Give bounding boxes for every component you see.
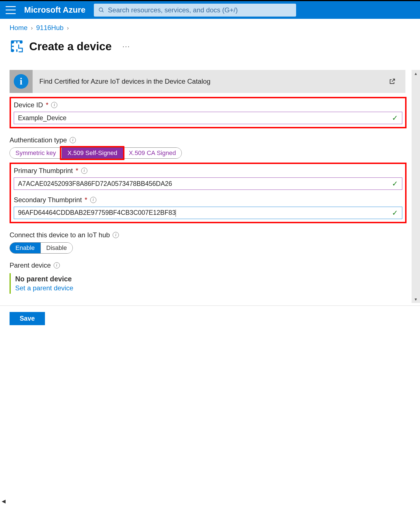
info-tooltip-icon[interactable]: i [81,168,87,174]
secondary-thumbprint-input[interactable]: 96AFD64464CDDBAB2E97759BF4CB3C007E12BF83… [14,207,402,219]
collapse-left-icon[interactable]: ◀ [2,498,6,504]
info-tooltip-icon[interactable]: i [54,262,60,268]
connect-label: Connect this device to an IoT hub [10,231,110,239]
brand-label: Microsoft Azure [24,5,85,15]
scroll-up-icon[interactable]: ▲ [412,70,420,77]
connect-toggle: Enable Disable [10,242,73,254]
required-marker: * [46,101,48,109]
search-icon [98,7,105,13]
valid-check-icon: ✓ [392,179,398,188]
info-tooltip-icon[interactable]: i [70,137,76,143]
chevron-right-icon: › [67,25,69,31]
breadcrumb: Home › 9116Hub › [10,24,420,32]
device-id-label: Device ID [14,101,43,109]
parent-device-box: No parent device Set a parent device [10,273,407,294]
top-bar: Microsoft Azure Search resources, servic… [0,0,420,19]
connect-option-disable[interactable]: Disable [40,243,72,253]
breadcrumb-home[interactable]: Home [10,24,28,32]
highlight-thumbprints: Primary Thumbprint * i A7ACAE02452093F8A… [10,163,407,223]
page-title: Create a device [29,40,112,53]
hamburger-icon[interactable] [6,6,16,14]
auth-option-self-signed[interactable]: X.509 Self-Signed [62,148,123,158]
valid-check-icon: ✓ [392,114,398,122]
required-marker: * [85,196,87,204]
scroll-down-icon[interactable]: ▼ [412,296,420,303]
info-icon-container: i [10,70,33,93]
info-banner: i Find Certified for Azure IoT devices i… [10,70,405,93]
highlight-device-id: Device ID * i Example_Device ✓ [10,97,407,128]
iot-device-icon [10,39,24,54]
info-tooltip-icon[interactable]: i [113,232,119,238]
info-tooltip-icon[interactable]: i [51,102,57,108]
device-id-input[interactable]: Example_Device ✓ [14,112,402,124]
info-banner-text: Find Certified for Azure IoT devices in … [39,78,389,85]
required-marker: * [76,167,78,175]
save-button[interactable]: Save [10,312,45,325]
scrollbar[interactable]: ▲ ▼ [412,70,420,303]
auth-type-label: Authentication type [10,136,67,144]
auth-option-symmetric[interactable]: Symmetric key [10,148,62,158]
footer-divider [0,306,420,306]
external-link-icon[interactable] [389,78,396,85]
primary-thumbprint-value: A7ACAE02452093F8A86FD72A0573478BB456DA26 [18,180,392,188]
auth-option-ca-signed[interactable]: X.509 CA Signed [123,148,182,158]
svg-point-0 [99,8,103,11]
secondary-thumbprint-value: 96AFD64464CDDBAB2E97759BF4CB3C007E12BF83 [18,209,392,217]
auth-type-toggle: Symmetric key X.509 Self-Signed X.509 CA… [10,147,182,159]
set-parent-device-link[interactable]: Set a parent device [15,284,73,292]
global-search-input[interactable]: Search resources, services, and docs (G+… [94,4,296,17]
primary-thumbprint-label: Primary Thumbprint [14,167,73,175]
text-cursor [176,209,176,217]
parent-device-label: Parent device [10,261,51,269]
connect-option-enable[interactable]: Enable [10,243,40,253]
svg-rect-7 [16,49,17,52]
more-actions-button[interactable]: ··· [122,42,130,51]
info-tooltip-icon[interactable]: i [90,197,96,203]
parent-device-value: No parent device [15,275,407,283]
breadcrumb-hub[interactable]: 9116Hub [36,24,63,32]
search-placeholder: Search resources, services, and docs (G+… [108,6,238,14]
chevron-right-icon: › [31,25,33,31]
valid-check-icon: ✓ [392,209,398,217]
svg-line-1 [102,11,104,12]
secondary-thumbprint-label: Secondary Thumbprint [14,196,82,204]
device-id-value: Example_Device [18,114,392,122]
primary-thumbprint-input[interactable]: A7ACAE02452093F8A86FD72A0573478BB456DA26… [14,177,402,190]
title-row: Create a device ··· [10,39,420,54]
info-icon: i [14,74,28,89]
